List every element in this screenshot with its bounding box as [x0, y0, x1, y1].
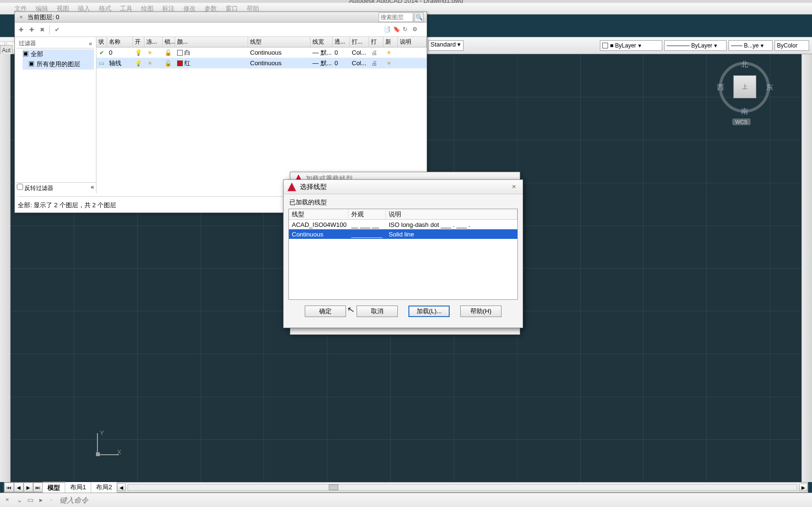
tab-layout1[interactable]: 布局1 — [65, 482, 91, 493]
plotstyle-selector[interactable]: ByColor — [775, 40, 809, 51]
close-icon[interactable]: × — [18, 13, 24, 21]
col-freeze[interactable]: 冻... — [144, 37, 163, 47]
hscroll-right-button[interactable]: ▶ — [799, 483, 808, 491]
sun-icon[interactable]: ☀ — [146, 49, 153, 56]
layer-plotstyle-cell[interactable]: Col... — [350, 59, 369, 67]
linetype-row[interactable]: ACAD_ISO04W100__ ___ __ISO long-dash dot… — [289, 220, 517, 229]
layer-row[interactable]: ✔0💡☀🔓白Continuous— 默...0Col...🖨☀ — [96, 47, 427, 58]
cmd-history-icon[interactable]: ⌄ — [15, 496, 24, 505]
new-layer-icon[interactable]: ✚ — [18, 26, 24, 33]
col-name[interactable]: 名称 — [107, 37, 133, 47]
lineweight-selector[interactable]: —— B...ye ▾ — [728, 40, 773, 51]
left-toolbar — [0, 54, 11, 482]
command-input[interactable] — [60, 496, 809, 504]
filter-tree-root[interactable]: ▣ 全部 ▣ 所有使用的图层 — [23, 49, 94, 70]
layer-transparency-cell[interactable]: 0 — [333, 59, 350, 67]
col-plotst[interactable]: 打... — [350, 37, 369, 47]
select-linetype-title: 选择线型 — [300, 183, 327, 191]
col-desc[interactable]: 说明 — [398, 37, 427, 47]
tab-last-button[interactable]: ⏭ — [33, 483, 43, 492]
hscroll-left-button[interactable]: ◀ — [117, 483, 126, 491]
new-layer-vp-icon[interactable]: ✚ — [28, 26, 35, 33]
delete-layer-icon[interactable]: ✖ — [39, 26, 46, 33]
sun-icon[interactable]: ☀ — [385, 49, 392, 56]
close-icon[interactable]: × — [3, 496, 12, 505]
ok-button[interactable]: 确定 — [305, 306, 346, 317]
printer-icon[interactable]: 🖨 — [371, 49, 378, 56]
hscroll-thumb[interactable] — [329, 484, 338, 490]
cancel-button[interactable]: 取消 — [357, 306, 398, 317]
set-current-icon[interactable]: ✔ — [54, 26, 60, 33]
col-plot[interactable]: 打 — [369, 37, 383, 47]
col-new[interactable]: 新 — [383, 37, 398, 47]
layer-linetype-cell[interactable]: Continuous — [248, 59, 310, 67]
layer-color-cell[interactable]: 白 — [175, 48, 248, 57]
status-check-icon: ▭ — [98, 60, 105, 67]
layer-name-cell[interactable]: 轴线 — [107, 59, 133, 68]
collapse-icon[interactable]: « — [91, 184, 94, 190]
col-description[interactable]: 说明 — [386, 209, 517, 219]
printer-icon[interactable]: 🖨 — [371, 60, 378, 67]
col-lwt[interactable]: 线宽 — [310, 37, 333, 47]
layer-name-cell[interactable]: 0 — [107, 49, 133, 56]
col-trans[interactable]: 透... — [333, 37, 350, 47]
ucs-x-label: X — [117, 448, 121, 456]
layer-row[interactable]: ▭轴线💡☀🔓红Continuous— 默...0Col...🖨☀ — [96, 58, 427, 69]
collapse-icon[interactable]: « — [89, 40, 92, 47]
text-style-combo[interactable]: Standard ▾ — [428, 40, 464, 51]
lightbulb-icon[interactable]: 💡 — [135, 49, 142, 56]
autocad-app-icon — [287, 183, 296, 191]
search-icon[interactable]: 🔍 — [414, 12, 424, 22]
tab-prev-button[interactable]: ◀ — [14, 483, 24, 492]
tab-next-button[interactable]: ▶ — [24, 483, 33, 492]
layer-lineweight-cell[interactable]: — 默... — [310, 48, 333, 57]
linetype-row[interactable]: Continuous_________Solid line — [289, 229, 517, 239]
viewcube[interactable]: 北 南 西 东 上 WCS — [716, 58, 774, 125]
col-linetype[interactable]: 线型 — [289, 209, 348, 219]
tab-model[interactable]: 模型 — [43, 482, 65, 493]
layer-linetype-cell[interactable]: Continuous — [248, 49, 310, 56]
linetype-selector[interactable]: ———— ByLayer ▾ — [664, 40, 727, 51]
compass-west: 西 — [717, 83, 724, 92]
linetype-desc-cell: ISO long-dash dot ___ . ___ . — [386, 221, 517, 228]
tab-first-button[interactable]: ⏮ — [4, 483, 14, 492]
color-selector[interactable]: ■ ByLayer ▾ — [600, 40, 662, 51]
layer-color-cell[interactable]: 红 — [175, 59, 248, 68]
col-ltype[interactable]: 线型 — [248, 37, 310, 47]
layer-panel-toolbar: ✚ ✚ ✖ ✔ 📑 🔖 ↻ ⚙ — [15, 23, 427, 37]
wcs-badge[interactable]: WCS — [732, 118, 751, 125]
tab-layout2[interactable]: 布局2 — [91, 482, 117, 493]
col-appearance[interactable]: 外观 — [348, 209, 386, 219]
layer-states-icon[interactable]: 📑 — [383, 26, 391, 34]
load-button[interactable]: 加载(L)... — [408, 306, 450, 317]
linetype-list[interactable]: 线型 外观 说明 ACAD_ISO04W100__ ___ __ISO long… — [288, 209, 518, 300]
layer-search-input[interactable] — [379, 12, 413, 22]
lightbulb-icon[interactable]: 💡 — [135, 60, 142, 67]
filter-tree-item[interactable]: ▣ 所有使用的图层 — [28, 59, 94, 69]
invert-filter-checkbox[interactable] — [17, 184, 23, 190]
layer-transparency-cell[interactable]: 0 — [333, 49, 350, 56]
invert-filter-label[interactable]: 反转过滤器 — [17, 185, 53, 191]
linetype-name-cell: ACAD_ISO04W100 — [289, 221, 348, 228]
layer-lineweight-cell[interactable]: — 默... — [310, 59, 333, 68]
hscroll-bar[interactable] — [128, 484, 797, 491]
lock-icon[interactable]: 🔓 — [165, 60, 171, 67]
refresh-icon[interactable]: ↻ — [403, 26, 410, 34]
lock-icon[interactable]: 🔓 — [165, 49, 171, 56]
layer-filter-tree: 过滤器« ▣ 全部 ▣ 所有使用的图层 反转过滤器 « — [15, 37, 96, 193]
col-color[interactable]: 颜... — [175, 37, 248, 47]
viewcube-face[interactable]: 上 — [733, 75, 756, 98]
col-on[interactable]: 开 — [133, 37, 144, 47]
linetype-appearance-cell: _________ — [348, 231, 386, 238]
layer-plotstyle-cell[interactable]: Col... — [350, 49, 369, 56]
close-icon[interactable]: × — [509, 182, 519, 192]
col-status[interactable]: 状 — [96, 37, 107, 47]
settings-icon[interactable]: ⚙ — [412, 26, 420, 34]
sun-icon[interactable]: ☀ — [146, 60, 153, 67]
layer-grid: 状 名称 开 冻... 锁... 颜... 线型 线宽 透... 打... 打 … — [96, 37, 427, 193]
sun-icon[interactable]: ☀ — [385, 60, 392, 67]
new-filter-icon[interactable]: 🔖 — [393, 26, 401, 34]
col-lock[interactable]: 锁... — [163, 37, 175, 47]
right-toolbar — [801, 54, 812, 482]
help-button[interactable]: 帮助(H) — [460, 306, 502, 317]
